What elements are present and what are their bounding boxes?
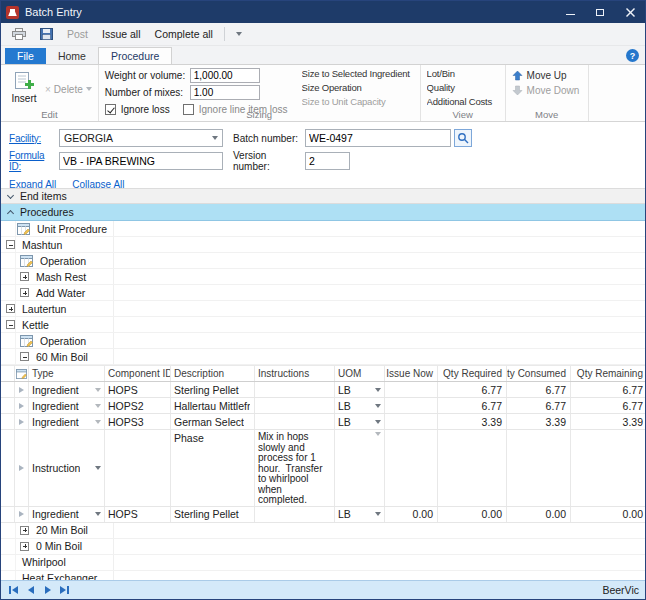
expand-toggle-icon[interactable] [20, 526, 29, 535]
grid-row-ingredient-hops-2[interactable]: Ingredient HOPS Sterling Pellet LB 0.00 … [1, 507, 645, 523]
tree-item-kettle[interactable]: Kettle [1, 317, 645, 333]
tab-home[interactable]: Home [46, 48, 98, 64]
collapse-toggle-icon[interactable] [6, 320, 15, 329]
grid-row-ingredient-hops3[interactable]: Ingredient HOPS3 German Select LB 3.39 3… [1, 414, 645, 430]
tree-item-unit-procedure[interactable]: Unit Procedure [1, 221, 645, 237]
column-header-qty-required[interactable]: Qty Required [438, 366, 507, 381]
type-cell[interactable]: Ingredient [29, 382, 105, 397]
column-header-instructions[interactable]: Instructions [255, 366, 335, 381]
expand-toggle-icon[interactable] [20, 542, 29, 551]
instructions-cell[interactable] [255, 507, 335, 522]
end-items-section-header[interactable]: End items [1, 188, 645, 204]
uom-cell[interactable]: LB [335, 398, 385, 413]
formula-id-link[interactable]: Formula ID: [9, 150, 59, 172]
size-to-unit-capacity-button[interactable]: Size to Unit Capacity [302, 94, 414, 108]
column-header-qty-consumed[interactable]: Qty Consumed [507, 366, 571, 381]
uom-cell[interactable]: LB [335, 382, 385, 397]
issue-now-cell[interactable] [385, 398, 438, 413]
issue-all-button[interactable]: Issue all [97, 26, 146, 42]
tree-item-0-min-boil[interactable]: 0 Min Boil [1, 539, 645, 555]
grid-row-ingredient-hops2[interactable]: Ingredient HOPS2 Hallertau Mittlefr LB 6… [1, 398, 645, 414]
tab-file[interactable]: File [5, 48, 46, 64]
procedures-section-header[interactable]: Procedures [1, 204, 645, 221]
lot-bin-button[interactable]: Lot/Bin [427, 67, 499, 81]
batch-number-input[interactable] [305, 129, 451, 147]
collapse-toggle-icon[interactable] [20, 352, 29, 361]
qty-remaining-cell[interactable]: 3.39 [571, 414, 645, 429]
facility-select[interactable]: GEORGIA [59, 129, 223, 147]
qty-consumed-cell[interactable]: 3.39 [507, 414, 571, 429]
tree-item-lautertun[interactable]: Lautertun [1, 301, 645, 317]
component-id-cell[interactable]: HOPS2 [105, 398, 171, 413]
version-number-input[interactable] [305, 152, 350, 170]
column-header-component-id[interactable]: Component ID [105, 366, 171, 381]
qty-required-cell[interactable] [438, 430, 507, 506]
description-cell[interactable]: Phase [171, 430, 255, 506]
description-cell[interactable]: Hallertau Mittlefr [171, 398, 255, 413]
description-cell[interactable]: German Select [171, 414, 255, 429]
move-down-button[interactable]: Move Down [512, 85, 582, 96]
grid-row-instruction-phase[interactable]: Instruction Phase Mix in hops slowly and… [1, 430, 645, 507]
component-id-cell[interactable]: HOPS3 [105, 414, 171, 429]
qty-required-cell[interactable]: 0.00 [438, 507, 507, 522]
issue-now-cell[interactable]: 0.00 [385, 507, 438, 522]
nav-last-button[interactable] [56, 583, 73, 598]
component-id-cell[interactable]: HOPS [105, 382, 171, 397]
maximize-button[interactable] [585, 1, 615, 23]
type-cell[interactable]: Ingredient [29, 398, 105, 413]
qty-required-cell[interactable]: 6.77 [438, 382, 507, 397]
move-up-button[interactable]: Move Up [512, 70, 582, 81]
number-of-mixes-input[interactable] [190, 85, 260, 100]
uom-cell[interactable]: LB [335, 414, 385, 429]
qty-remaining-cell[interactable] [571, 430, 645, 506]
size-operation-button[interactable]: Size Operation [302, 81, 414, 95]
issue-now-cell[interactable] [385, 382, 438, 397]
type-cell[interactable]: Instruction [29, 430, 105, 506]
search-button[interactable] [454, 129, 472, 147]
tree-item-20-min-boil[interactable]: 20 Min Boil [1, 523, 645, 539]
column-header-uom[interactable]: UOM [335, 366, 385, 381]
issue-now-cell[interactable] [385, 414, 438, 429]
size-to-selected-ingredient-button[interactable]: Size to Selected Ingredient [302, 67, 414, 81]
tree-item-60-min-boil[interactable]: 60 Min Boil [1, 349, 645, 365]
weight-or-volume-input[interactable] [190, 68, 260, 83]
nav-first-button[interactable] [5, 583, 22, 598]
qty-consumed-cell[interactable] [507, 430, 571, 506]
toolbar-overflow-button[interactable] [231, 30, 247, 38]
tree-item-mashtun[interactable]: Mashtun [1, 237, 645, 253]
help-icon[interactable] [626, 49, 639, 62]
save-button[interactable] [35, 26, 58, 42]
uom-cell[interactable] [335, 430, 385, 506]
instructions-cell[interactable] [255, 382, 335, 397]
tree-item-operation-mashtun[interactable]: Operation [1, 253, 645, 269]
type-cell[interactable]: Ingredient [29, 507, 105, 522]
minimize-button[interactable] [555, 1, 585, 23]
qty-remaining-cell[interactable]: 6.77 [571, 398, 645, 413]
tree-item-add-water[interactable]: Add Water [1, 285, 645, 301]
quality-button[interactable]: Quality [427, 81, 499, 95]
expand-toggle-icon[interactable] [6, 304, 15, 313]
tree-item-operation-kettle[interactable]: Operation [1, 333, 645, 349]
formula-id-input[interactable] [59, 152, 223, 170]
qty-required-cell[interactable]: 6.77 [438, 398, 507, 413]
instructions-cell[interactable]: Mix in hops slowly and process for 1 hou… [255, 430, 335, 506]
delete-button[interactable]: × Delete [45, 70, 92, 108]
issue-now-cell[interactable] [385, 430, 438, 506]
instructions-cell[interactable] [255, 398, 335, 413]
column-header-issue-now[interactable]: Issue Now [385, 366, 438, 381]
complete-all-button[interactable]: Complete all [150, 26, 218, 42]
column-header-description[interactable]: Description [171, 366, 255, 381]
additional-costs-button[interactable]: Additional Costs [427, 94, 499, 108]
tree-item-mash-rest[interactable]: Mash Rest [1, 269, 645, 285]
nav-previous-button[interactable] [22, 583, 39, 598]
qty-remaining-cell[interactable]: 6.77 [571, 382, 645, 397]
facility-link[interactable]: Facility: [9, 133, 59, 144]
description-cell[interactable]: Sterling Pellet [171, 507, 255, 522]
instructions-cell[interactable] [255, 414, 335, 429]
description-cell[interactable]: Sterling Pellet [171, 382, 255, 397]
insert-button[interactable]: Insert [7, 67, 41, 108]
component-id-cell[interactable]: HOPS [105, 507, 171, 522]
post-button[interactable]: Post [62, 26, 93, 42]
component-id-cell[interactable] [105, 430, 171, 506]
grid-row-ingredient-hops[interactable]: Ingredient HOPS Sterling Pellet LB 6.77 … [1, 382, 645, 398]
